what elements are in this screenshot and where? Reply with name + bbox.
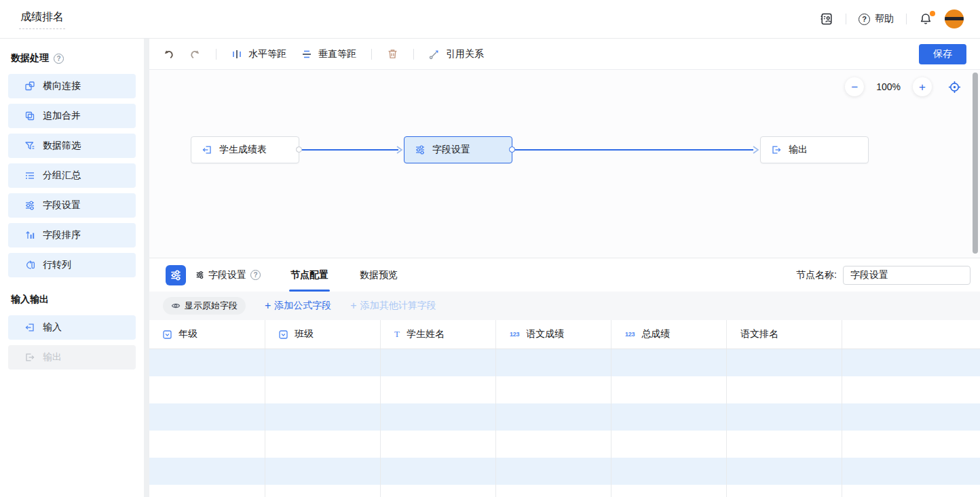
undo-button[interactable] [163,48,174,60]
eye-icon [171,301,181,311]
field-settings-icon [24,200,35,211]
add-other-calc-field-button[interactable]: + 添加其他计算字段 [350,300,436,312]
table-cell [842,349,980,376]
table-cell [495,376,611,403]
sidebar-item-group-summary[interactable]: 分组汇总 [8,163,136,188]
table-cell [265,349,380,376]
redo-icon [189,48,201,60]
distribute-horizontal-button[interactable]: 水平等距 [231,48,286,60]
table-cell [149,349,265,376]
plus-icon: + [350,300,356,311]
trash-icon [387,48,398,60]
table-row [149,458,980,485]
contacts-icon [820,12,833,26]
notifications-button[interactable] [919,12,932,26]
canvas-toolbar: 水平等距 垂直等距 [149,39,980,70]
sidebar-item-field-settings[interactable]: 字段设置 [8,193,136,218]
panel-title-text: 字段设置 [208,269,246,281]
add-formula-field-button[interactable]: + 添加公式字段 [265,300,331,312]
divider [371,49,372,60]
table-cell [842,458,980,485]
divider [413,49,414,60]
sidebar-item-output[interactable]: 输出 [8,345,136,370]
group-summary-icon [24,170,35,181]
table-row [149,485,980,497]
table-cell [380,458,495,485]
horizontal-join-icon [24,81,35,92]
node-student-scores[interactable]: 学生成绩表 [191,136,299,163]
zoom-in-button[interactable]: + [913,77,932,96]
edge-input-to-fieldsettings[interactable] [299,149,398,151]
output-icon [771,144,782,155]
contacts-button[interactable] [820,12,833,26]
field-actions-row: 显示原始字段 + 添加公式字段 + 添加其他计算字段 [149,292,980,320]
section-input-output: 输入输出 输入 输出 [8,294,136,370]
delete-button[interactable] [387,48,398,60]
column-header-student-name[interactable]: T 学生姓名 [380,320,495,349]
page-title[interactable]: 成绩排名 [19,9,65,29]
column-header-total-score[interactable]: 123 总成绩 [611,320,726,349]
distribute-vertical-button[interactable]: 垂直等距 [301,48,356,60]
table-cell [495,431,611,458]
divider [216,49,216,60]
input-icon [24,322,35,333]
input-icon [202,144,212,155]
sidebar-item-field-sort[interactable]: 字段排序 [8,223,136,247]
save-button[interactable]: 保存 [919,44,966,64]
select-type-icon [163,330,172,339]
column-header-grade[interactable]: 年级 [149,320,265,349]
table-cell [842,485,980,497]
table-cell [495,485,611,497]
flow-canvas[interactable]: − 100% + [149,70,980,258]
sidebar-item-input[interactable]: 输入 [8,315,136,340]
table-cell [380,403,495,431]
output-port[interactable] [296,146,302,153]
sidebar-item-data-filter[interactable]: 数据筛选 [8,134,136,158]
filter-icon [24,140,35,151]
distribute-vertical-icon [301,49,312,60]
locate-button[interactable] [948,81,961,94]
zoom-out-button[interactable]: − [845,77,864,96]
tab-node-config[interactable]: 节点配置 [290,258,328,292]
redo-button[interactable] [189,48,201,60]
node-name-input[interactable] [843,266,970,285]
user-avatar[interactable] [945,9,964,28]
column-header-chinese-rank[interactable]: 语文排名 [726,320,842,349]
table-cell [726,349,842,376]
panel-header: 字段设置 ? 节点配置 数据预览 节点名称: [149,258,980,292]
divider [846,14,846,24]
plus-icon: + [265,300,271,311]
distribute-horizontal-label: 水平等距 [248,48,286,60]
column-label: 语文成绩 [526,328,564,340]
field-settings-node-icon [166,265,186,285]
output-port[interactable] [509,146,515,153]
sidebar-item-horizontal-join[interactable]: 横向连接 [8,74,136,98]
reference-relation-icon [429,49,440,60]
undo-icon [163,48,174,60]
help-question-icon[interactable]: ? [250,270,261,280]
tab-data-preview[interactable]: 数据预览 [360,258,398,292]
node-output[interactable]: 输出 [760,136,869,163]
sidebar-item-row-to-column[interactable]: 行转列 [8,253,136,277]
reference-relation-button[interactable]: 引用关系 [429,48,484,60]
table-cell [265,403,380,431]
distribute-vertical-label: 垂直等距 [318,48,356,60]
node-field-settings[interactable]: 字段设置 [404,136,512,163]
canvas-scrollbar[interactable] [973,73,978,254]
zoom-level: 100% [876,81,901,92]
node-label: 学生成绩表 [219,144,267,156]
table-cell [611,431,726,458]
show-original-fields-button[interactable]: 显示原始字段 [163,297,246,315]
node-name-label: 节点名称: [796,269,837,281]
edge-fieldsettings-to-output[interactable] [512,149,753,151]
table-cell [611,376,726,403]
table-cell [842,431,980,458]
add-formula-field-label: 添加公式字段 [274,300,331,312]
sidebar-item-append-merge[interactable]: 追加合并 [8,104,136,128]
help-button[interactable]: ? 帮助 [859,13,894,25]
column-header-chinese-score[interactable]: 123 语文成绩 [495,320,611,349]
help-question-icon[interactable]: ? [54,54,64,64]
row-to-column-icon [24,260,35,271]
column-header-class[interactable]: 班级 [265,320,380,349]
table-cell [726,376,842,403]
